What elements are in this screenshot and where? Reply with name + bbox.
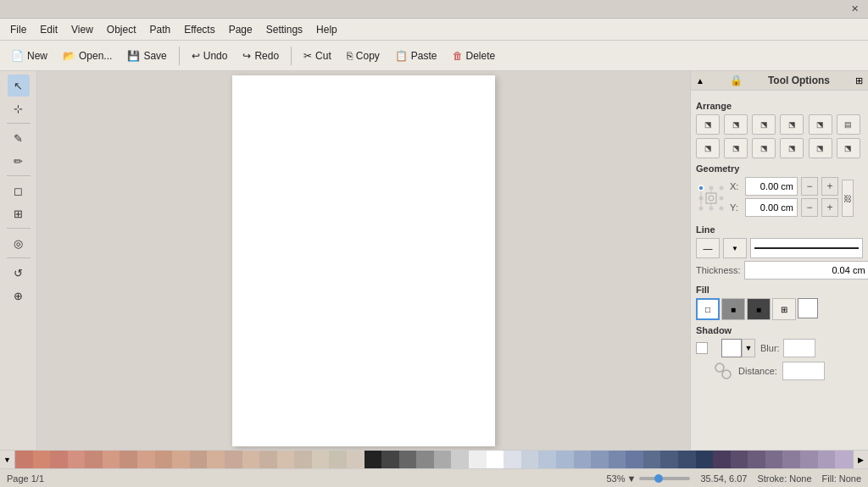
cut-button[interactable]: ✂ Cut — [298, 47, 337, 64]
menu-effects[interactable]: Effects — [177, 22, 221, 37]
color-swatch[interactable] — [487, 451, 504, 469]
color-swatch[interactable] — [347, 451, 364, 469]
tool-pen[interactable]: ✎ — [8, 127, 30, 149]
new-button[interactable]: 📄 New — [5, 47, 53, 64]
menu-page[interactable]: Page — [222, 22, 259, 37]
color-swatch[interactable] — [120, 451, 137, 469]
thickness-input[interactable] — [744, 261, 868, 279]
shadow-color-button[interactable] — [721, 339, 742, 357]
color-swatch[interactable] — [85, 451, 103, 469]
y-plus-button[interactable]: + — [821, 198, 838, 217]
x-plus-button[interactable]: + — [821, 177, 838, 196]
fill-color-preview[interactable] — [798, 298, 818, 318]
tool-select[interactable]: ↖ — [8, 75, 30, 97]
fill-none-button[interactable]: □ — [696, 298, 720, 320]
color-swatch[interactable] — [416, 451, 434, 469]
distribute-top[interactable]: ⬔ — [780, 138, 804, 158]
x-input[interactable] — [745, 177, 798, 196]
scroll-left-button[interactable]: ▼ — [0, 451, 15, 469]
y-minus-button[interactable]: − — [801, 198, 818, 217]
align-left-v[interactable]: ⬔ — [780, 114, 804, 135]
color-swatch[interactable] — [259, 451, 277, 469]
color-swatch[interactable] — [451, 451, 469, 469]
color-swatch[interactable] — [643, 451, 661, 469]
align-center-h[interactable]: ⬔ — [724, 114, 748, 135]
color-swatch[interactable] — [469, 451, 487, 469]
color-swatch[interactable] — [609, 451, 626, 469]
menu-help[interactable]: Help — [309, 22, 344, 37]
color-swatch[interactable] — [678, 451, 696, 469]
canvas-area[interactable] — [37, 71, 690, 450]
color-swatch[interactable] — [626, 451, 643, 469]
chain-button[interactable]: ⛓ — [842, 180, 854, 217]
color-swatch[interactable] — [765, 451, 783, 469]
align-right-v[interactable]: ▤ — [837, 114, 860, 135]
zoom-dropdown[interactable]: 53% ▼ — [606, 473, 636, 484]
color-swatch[interactable] — [835, 451, 853, 469]
align-right-top[interactable]: ⬔ — [752, 114, 776, 135]
scroll-right-button[interactable]: ▶ — [853, 451, 868, 469]
color-swatch[interactable] — [713, 451, 731, 469]
color-swatch[interactable] — [172, 451, 190, 469]
color-swatch[interactable] — [782, 451, 800, 469]
color-swatch[interactable] — [800, 451, 818, 469]
color-swatch[interactable] — [207, 451, 225, 469]
delete-button[interactable]: 🗑 Delete — [447, 47, 502, 64]
tool-rectangle[interactable]: ◻ — [8, 180, 30, 202]
geometry-anchor[interactable] — [696, 183, 726, 213]
tool-circle[interactable]: ◎ — [8, 232, 30, 254]
color-swatch[interactable] — [556, 451, 574, 469]
color-swatch[interactable] — [277, 451, 295, 469]
paste-button[interactable]: 📋 Paste — [389, 47, 443, 64]
color-swatch[interactable] — [731, 451, 748, 469]
color-swatch[interactable] — [748, 451, 765, 469]
copy-button[interactable]: ⎘ Copy — [341, 47, 386, 64]
line-style-button[interactable]: — — [696, 238, 720, 258]
tool-pencil[interactable]: ✏ — [8, 150, 30, 172]
tool-rotate[interactable]: ↺ — [8, 262, 30, 284]
open-button[interactable]: 📂 Open... — [57, 47, 118, 64]
distance-input[interactable] — [782, 362, 825, 380]
color-swatch[interactable] — [190, 451, 208, 469]
color-swatch[interactable] — [434, 451, 452, 469]
tool-node[interactable]: ⊹ — [8, 97, 30, 119]
color-swatch[interactable] — [33, 451, 51, 469]
color-swatch[interactable] — [50, 451, 68, 469]
color-swatch[interactable] — [242, 451, 260, 469]
zoom-slider[interactable] — [639, 477, 690, 480]
shadow-checkbox[interactable] — [696, 342, 708, 354]
menu-path[interactable]: Path — [143, 22, 178, 37]
color-swatch[interactable] — [818, 451, 836, 469]
color-swatch[interactable] — [68, 451, 86, 469]
color-swatch[interactable] — [155, 451, 173, 469]
distribute-bottom[interactable]: ⬔ — [837, 138, 860, 158]
color-swatch[interactable] — [538, 451, 556, 469]
fill-pattern-button[interactable]: ⊞ — [772, 298, 796, 320]
redo-button[interactable]: ↪ Redo — [236, 47, 285, 64]
x-minus-button[interactable]: − — [801, 177, 818, 196]
fill-dark-button[interactable]: ■ — [747, 298, 771, 320]
color-swatch[interactable] — [504, 451, 521, 469]
distribute-center-v[interactable]: ⬔ — [809, 138, 832, 158]
color-swatch[interactable] — [329, 451, 347, 469]
menu-object[interactable]: Object — [100, 22, 143, 37]
color-swatch[interactable] — [399, 451, 417, 469]
color-swatch[interactable] — [294, 451, 312, 469]
menu-file[interactable]: File — [3, 22, 33, 37]
menu-settings[interactable]: Settings — [259, 22, 309, 37]
menu-view[interactable]: View — [64, 22, 100, 37]
color-swatch[interactable] — [103, 451, 120, 469]
distribute-right[interactable]: ⬔ — [752, 138, 776, 158]
fill-solid-button[interactable]: ■ — [721, 298, 745, 320]
tool-grid[interactable]: ⊞ — [8, 202, 30, 224]
align-left-top[interactable]: ⬔ — [696, 114, 720, 135]
color-swatch[interactable] — [660, 451, 678, 469]
distribute-center-h[interactable]: ⬔ — [724, 138, 748, 158]
close-button[interactable]: ✕ — [848, 3, 861, 16]
save-button[interactable]: 💾 Save — [121, 47, 172, 64]
distribute-left[interactable]: ⬔ — [696, 138, 720, 158]
menu-edit[interactable]: Edit — [33, 22, 64, 37]
color-swatch[interactable] — [574, 451, 592, 469]
y-input[interactable] — [745, 198, 798, 217]
color-swatch[interactable] — [15, 451, 33, 469]
